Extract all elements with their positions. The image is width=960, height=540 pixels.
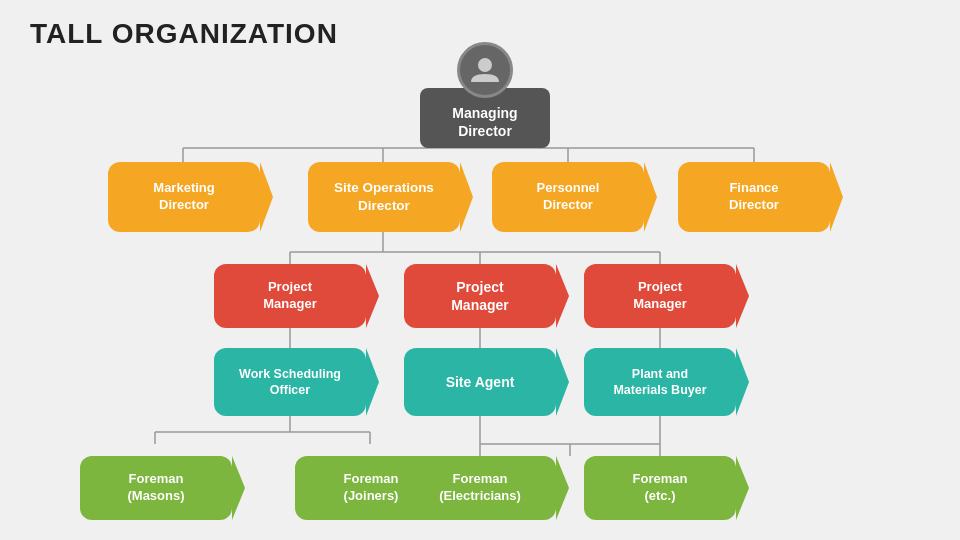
plant-materials-buyer-label: Plant and Materials Buyer [613,366,706,399]
project-manager-1-node: Project Manager [214,264,366,328]
finance-director-label: Finance Director [729,180,779,214]
project-manager-1-label: Project Manager [263,279,316,313]
page-title: TALL ORGANIZATION [30,18,338,50]
svg-point-24 [478,58,492,72]
project-manager-3-node: Project Manager [584,264,736,328]
foreman-masons-node: Foreman (Masons) [80,456,232,520]
project-manager-2-label: Project Manager [451,278,509,314]
foreman-joiners-label: Foreman (Joiners) [344,471,399,505]
marketing-director-node: Marketing Director [108,162,260,232]
personnel-director-label: Personnel Director [537,180,600,214]
project-manager-3-label: Project Manager [633,279,686,313]
personnel-director-node: Personnel Director [492,162,644,232]
site-agent-node: Site Agent [404,348,556,416]
managing-director-avatar: Managing Director [420,42,550,148]
foreman-electricians-node: Foreman (Electricians) [404,456,556,520]
work-scheduling-officer-node: Work Scheduling Officer [214,348,366,416]
site-agent-label: Site Agent [446,373,515,391]
foreman-electricians-label: Foreman (Electricians) [439,471,521,505]
project-manager-2-node: Project Manager [404,264,556,328]
foreman-etc-node: Foreman (etc.) [584,456,736,520]
site-operations-director-node: Site Operations Director [308,162,460,232]
foreman-masons-label: Foreman (Masons) [127,471,184,505]
marketing-director-label: Marketing Director [153,180,214,214]
managing-director-label: Managing Director [452,105,517,139]
foreman-etc-label: Foreman (etc.) [633,471,688,505]
finance-director-node: Finance Director [678,162,830,232]
plant-materials-buyer-node: Plant and Materials Buyer [584,348,736,416]
work-scheduling-officer-label: Work Scheduling Officer [239,366,341,399]
site-operations-director-label: Site Operations Director [334,179,434,214]
